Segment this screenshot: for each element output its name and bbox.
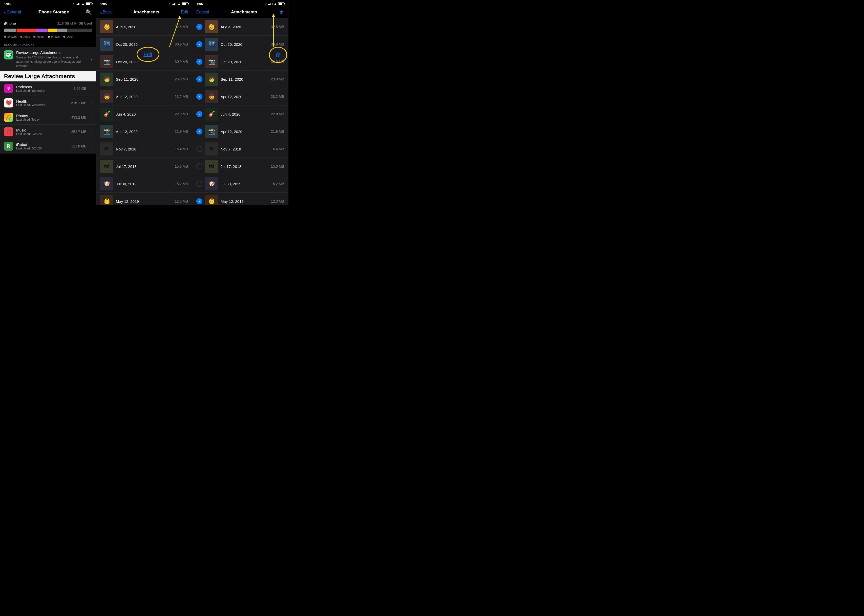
edit-button-2[interactable]: Edit [181, 10, 188, 14]
app-item-podcasts[interactable]: 🎙 Podcasts Last Used: Yesterday 2.66 GB … [0, 82, 96, 96]
attachment-row-5[interactable]: 👦 Apr 12, 2020 23.2 MB [96, 88, 192, 105]
attachment-row-3[interactable]: 📷 Oct 20, 2020 30.9 MB [96, 53, 192, 71]
edit-attach-size-11: 12.3 MB [271, 199, 284, 203]
search-button-1[interactable]: 🔍 [85, 9, 92, 15]
edit-attach-size-9: 15.3 MB [271, 164, 284, 168]
attach-size-10: 15.2 MB [175, 182, 188, 186]
app-info-music: Music Last Used: 9/26/20 [16, 128, 68, 136]
attachment-row-6[interactable]: 🎸 Jun 4, 2020 22.8 MB [96, 105, 192, 123]
edit-attach-size-6: 22.8 MB [271, 112, 284, 116]
attach-date-9: Jul 17, 2018 [116, 164, 172, 169]
edit-thumb-6: 🎸 [205, 107, 218, 121]
checkbox-7[interactable]: ✓ [196, 129, 202, 135]
app-item-irobot[interactable]: R iRobot Last Used: 4/24/20 321.8 MB › [0, 139, 96, 154]
back-button-1[interactable]: ‹ General [4, 9, 21, 15]
app-chevron-music: › [91, 129, 92, 134]
edit-thumb-3: 📷 [205, 55, 218, 68]
edit-attachment-row-7[interactable]: ✓ 📸 Apr 12, 2020 21.9 MB [192, 123, 288, 140]
back-button-2[interactable]: ‹ Back [100, 9, 112, 15]
signal-bars-1 [76, 2, 80, 5]
legend-dot-apps [20, 36, 22, 38]
attachment-row-10[interactable]: 🐶 Jul 30, 2019 15.2 MB [96, 175, 192, 193]
cancel-button-3[interactable]: Cancel [196, 10, 209, 14]
app-chevron-photos: › [91, 115, 92, 119]
app-item-health[interactable]: ❤️ Health Last Used: Yesterday 616.1 MB … [0, 96, 96, 110]
edit-attach-date-4: Sep 11, 2020 [220, 77, 268, 82]
attach-date-11: May 12, 2019 [116, 199, 172, 204]
recommendation-item[interactable]: 💬 Review Large Attachments Save up to 4.… [0, 47, 96, 71]
status-time-2: 1:05 [100, 2, 107, 6]
attachment-row-2[interactable]: 🌃 Oct 20, 2020 30.9 MB [96, 36, 192, 53]
edit-thumb-5: 👦 [205, 90, 218, 103]
edit-attachment-row-6[interactable]: ✓ 🎸 Jun 4, 2020 22.8 MB [192, 105, 288, 123]
attach-date-6: Jun 4, 2020 [116, 112, 172, 116]
attach-size-6: 22.8 MB [175, 112, 188, 116]
checkbox-9[interactable] [196, 163, 202, 170]
app-name-podcasts: Podcasts [16, 85, 70, 89]
wifi-icon-1: ▲ [82, 2, 85, 6]
edit-attach-size-3: 30.9 MB [271, 60, 284, 64]
legend-label-photos: Photos [51, 35, 60, 38]
nav-title-3: Attachments [231, 9, 257, 15]
attach-date-2: Oct 20, 2020 [116, 42, 172, 47]
thumb-3: 📷 [100, 55, 113, 68]
attachment-row-7[interactable]: 📸 Apr 12, 2020 21.9 MB [96, 123, 192, 140]
rec-content: Review Large Attachments Save up to 4.25… [16, 50, 88, 68]
highlight-annotation-box: Review Large Attachments [0, 71, 96, 82]
attachment-row-9[interactable]: 🛋 Jul 17, 2018 15.3 MB [96, 158, 192, 175]
edit-attachment-row-11[interactable]: ✓ 👶 May 12, 2019 12.3 MB [192, 193, 288, 205]
edit-attachment-row-4[interactable]: ✓ 🧒 Sep 11, 2020 23.9 MB [192, 71, 288, 88]
attachment-row-8[interactable]: 👁 Nov 7, 2018 16.4 MB [96, 140, 192, 158]
checkbox-4[interactable]: ✓ [196, 76, 202, 82]
attachment-row-11[interactable]: 👶 May 12, 2019 12.3 MB [96, 193, 192, 205]
checkbox-10[interactable] [196, 181, 202, 187]
checkbox-3[interactable]: ✓ [196, 59, 202, 65]
status-icons-3: ↗ ▲ [264, 2, 284, 6]
app-item-music[interactable]: 🎵 Music Last Used: 9/26/20 352.7 MB › [0, 125, 96, 139]
edit-thumb-11: 👶 [205, 195, 218, 205]
edit-attach-date-10: Jul 30, 2019 [220, 182, 268, 186]
legend-label-media: Media [37, 35, 44, 38]
checkbox-6[interactable]: ✓ [196, 111, 202, 117]
edit-attach-size-10: 15.2 MB [271, 182, 284, 186]
thumb-11: 👶 [100, 195, 113, 205]
rec-description: Save up to 4.25 GB - See photos, videos,… [16, 55, 88, 68]
edit-attachment-row-5[interactable]: ✓ 👦 Apr 12, 2020 23.2 MB [192, 88, 288, 105]
app-name-health: Health [16, 99, 68, 104]
checkbox-2[interactable]: ✓ [196, 41, 202, 47]
segment-media-fill [36, 28, 47, 32]
attachment-row-1[interactable]: 👶 Aug 4, 2020 32.5 MB [96, 18, 192, 36]
app-chevron-podcasts: › [91, 86, 92, 91]
nav-bar-3: Cancel Attachments 🗑 [192, 7, 288, 18]
storage-usage: 21.6 GB of 64 GB Used [57, 22, 92, 25]
app-item-photos[interactable]: 🌈 Photos Last Used: Today 493.2 MB › [0, 110, 96, 125]
edit-attachment-row-9[interactable]: 🛋 Jul 17, 2018 15.3 MB [192, 158, 288, 175]
app-lastused-podcasts: Last Used: Yesterday [16, 89, 70, 93]
highlight-annotation-text: Review Large Attachments [4, 73, 75, 79]
edit-thumb-2: 🌃 [205, 38, 218, 51]
storage-bar [4, 28, 92, 32]
thumb-10: 🐶 [100, 177, 113, 190]
edit-attachment-row-8[interactable]: 👁 Nov 7, 2018 16.4 MB [192, 140, 288, 158]
edit-attachment-row-3[interactable]: ✓ 📷 Oct 20, 2020 30.9 MB [192, 53, 288, 71]
edit-attachment-row-10[interactable]: 🐶 Jul 30, 2019 15.2 MB [192, 175, 288, 193]
delete-button-3[interactable]: 🗑 [279, 9, 284, 15]
checkbox-11[interactable]: ✓ [196, 198, 202, 204]
checkbox-8[interactable] [196, 146, 202, 152]
checkbox-1[interactable]: ✓ [196, 24, 202, 30]
attach-date-5: Apr 12, 2020 [116, 94, 172, 99]
checkbox-5[interactable]: ✓ [196, 94, 202, 100]
attach-size-2: 30.9 MB [175, 42, 188, 46]
nav-title-2: Attachments [133, 9, 159, 15]
edit-attach-size-8: 16.4 MB [271, 147, 284, 151]
location-icon-2: ↗ [168, 3, 170, 5]
legend-label-other: Other [66, 35, 74, 38]
legend-dot-photos [48, 36, 50, 38]
edit-attach-date-11: May 12, 2019 [220, 199, 268, 204]
attach-size-8: 16.4 MB [175, 147, 188, 151]
edit-attachment-row-2[interactable]: ✓ 🌃 Oct 20, 2020 30.9 MB [192, 36, 288, 53]
edit-attach-date-9: Jul 17, 2018 [220, 164, 268, 169]
attachment-row-4[interactable]: 🧒 Sep 11, 2020 23.9 MB [96, 71, 192, 88]
edit-attach-date-8: Nov 7, 2018 [220, 147, 268, 151]
edit-attachment-row-1[interactable]: ✓ 👶 Aug 4, 2020 32.5 MB [192, 18, 288, 36]
